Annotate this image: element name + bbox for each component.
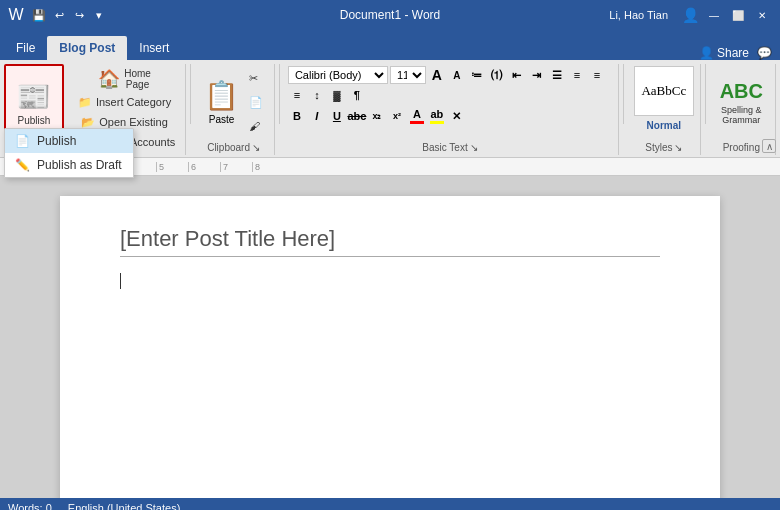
copy-btn[interactable]: 📄 — [245, 92, 267, 112]
line-spacing-btn[interactable]: ↕ — [308, 86, 326, 104]
ruler-mark-7: 7 — [220, 162, 252, 172]
publish-menu-item[interactable]: 📄 Publish — [5, 129, 133, 153]
styles-expand-icon[interactable]: ↘ — [674, 142, 682, 153]
proofing-label: Proofing — [714, 140, 769, 153]
ruler-mark-5: 5 — [156, 162, 188, 172]
styles-content: AaBbCc Normal — [634, 66, 694, 138]
document-page[interactable]: [Enter Post Title Here] — [60, 196, 720, 498]
justify-btn[interactable]: ≡ — [288, 86, 306, 104]
tab-file[interactable]: File — [4, 36, 47, 60]
format-painter-icon: 🖌 — [249, 120, 260, 132]
highlight-btn[interactable]: ab — [428, 106, 446, 126]
bullets-btn[interactable]: ≔ — [468, 66, 486, 84]
basic-text-expand-icon[interactable]: ↘ — [470, 142, 478, 153]
tab-blog-post[interactable]: Blog Post — [47, 36, 127, 60]
font-grow-btn[interactable]: A — [428, 66, 446, 84]
styles-label: Styles ↘ — [634, 140, 694, 153]
paste-btn[interactable]: 📋 Paste — [200, 66, 243, 138]
font-family-select[interactable]: Calibri (Body) — [288, 66, 388, 84]
document-area: [Enter Post Title Here] — [0, 176, 780, 498]
profile-icon[interactable]: 👤 — [680, 7, 700, 23]
font-shrink-btn[interactable]: A — [448, 66, 466, 84]
open-existing-label: Open Existing — [99, 116, 167, 128]
spelling-btn[interactable]: ABC Spelling &Grammar — [714, 66, 769, 138]
title-bar: W 💾 ↩ ↪ ▾ Document1 - Word Li, Hao Tian … — [0, 0, 780, 30]
sep3 — [623, 64, 624, 124]
highlight-bar — [430, 121, 444, 124]
minimize-btn[interactable]: — — [704, 7, 724, 23]
home-icon: 🏠 — [98, 68, 120, 90]
cursor — [120, 273, 121, 289]
clear-format-btn[interactable]: ✕ — [448, 107, 466, 125]
sep2 — [279, 64, 280, 124]
comment-btn[interactable]: 💬 — [757, 46, 772, 60]
styles-normal-label: Normal — [647, 120, 681, 131]
insert-category-btn[interactable]: 📁 Insert Category — [74, 92, 175, 112]
post-title-placeholder[interactable]: [Enter Post Title Here] — [120, 226, 660, 257]
underline-btn[interactable]: U — [328, 107, 346, 125]
language: English (United States) — [68, 502, 181, 510]
font-color-btn[interactable]: A — [408, 106, 426, 126]
sep4 — [705, 64, 706, 124]
increase-indent-btn[interactable]: ⇥ — [528, 66, 546, 84]
basic-text-group: Calibri (Body) 11 A A ≔ ⑴ ⇤ ⇥ ☰ ≡ ≡ ≡ ↕ … — [284, 64, 619, 155]
restore-btn[interactable]: ⬜ — [728, 7, 748, 23]
clipboard-label: Clipboard ↘ — [199, 140, 268, 153]
window-controls: Li, Hao Tian 👤 — ⬜ ✕ — [609, 7, 772, 23]
customize-btn[interactable]: ▾ — [90, 6, 108, 24]
close-btn[interactable]: ✕ — [752, 7, 772, 23]
font-size-select[interactable]: 11 — [390, 66, 426, 84]
undo-btn[interactable]: ↩ — [50, 6, 68, 24]
tab-insert[interactable]: Insert — [127, 36, 181, 60]
cut-icon: ✂ — [249, 72, 258, 85]
ribbon-tab-bar: File Blog Post Insert 👤 Share 💬 — [0, 30, 780, 60]
proofing-content: ABC Spelling &Grammar — [714, 66, 769, 138]
open-existing-icon: 📂 — [81, 116, 95, 129]
save-btn[interactable]: 💾 — [30, 6, 48, 24]
bold-btn[interactable]: B — [288, 107, 306, 125]
window-title: Document1 - Word — [340, 8, 440, 22]
publish-dropdown-menu: 📄 Publish ✏️ Publish as Draft — [4, 128, 134, 178]
paste-icon: 📋 — [204, 79, 239, 112]
ribbon-right-btns: 👤 Share 💬 — [699, 46, 780, 60]
publish-large-icon: 📰 — [16, 80, 51, 113]
word-icon: W — [8, 7, 24, 23]
share-btn[interactable]: 👤 Share — [699, 46, 749, 60]
clipboard-content: 📋 Paste ✂ 📄 🖌 — [200, 66, 267, 138]
decrease-indent-btn[interactable]: ⇤ — [508, 66, 526, 84]
insert-category-label: Insert Category — [96, 96, 171, 108]
publish-icon-btn[interactable]: 📰 Publish — [10, 73, 57, 133]
publish-label: Publish — [18, 115, 51, 126]
redo-btn[interactable]: ↪ — [70, 6, 88, 24]
align-right-btn[interactable]: ≡ — [588, 66, 606, 84]
subscript-btn[interactable]: x₂ — [368, 107, 386, 125]
spelling-label: Spelling &Grammar — [721, 105, 762, 125]
ribbon-collapse-btn[interactable]: ∧ — [762, 139, 776, 153]
basic-text-content: Calibri (Body) 11 A A ≔ ⑴ ⇤ ⇥ ☰ ≡ ≡ ≡ ↕ … — [288, 66, 612, 138]
doc-content-area[interactable] — [120, 273, 660, 289]
paste-label: Paste — [209, 114, 235, 125]
user-name: Li, Hao Tian — [609, 9, 668, 21]
home-page-btn[interactable]: 🏠 HomePage — [92, 66, 157, 92]
shading-btn[interactable]: ▓ — [328, 86, 346, 104]
styles-preview[interactable]: AaBbCc — [634, 66, 694, 116]
superscript-btn[interactable]: x² — [388, 107, 406, 125]
strikethrough-btn[interactable]: abc — [348, 107, 366, 125]
clipboard-expand-icon[interactable]: ↘ — [252, 142, 260, 153]
highlight-ab: ab — [430, 108, 443, 120]
status-bar: Words: 0 English (United States) — [0, 498, 780, 510]
spelling-icon-container: ABC — [720, 80, 763, 103]
para-mark-btn[interactable]: ¶ — [348, 86, 366, 104]
align-left-btn[interactable]: ☰ — [548, 66, 566, 84]
title-bar-left: W 💾 ↩ ↪ ▾ — [8, 6, 108, 24]
italic-btn[interactable]: I — [308, 107, 326, 125]
styles-group: AaBbCc Normal Styles ↘ — [628, 64, 701, 155]
font-row-2: B I U abc x₂ x² A ab ✕ — [288, 106, 466, 126]
numbering-btn[interactable]: ⑴ — [488, 66, 506, 84]
align-center-btn[interactable]: ≡ — [568, 66, 586, 84]
publish-draft-menu-item[interactable]: ✏️ Publish as Draft — [5, 153, 133, 177]
cut-btn[interactable]: ✂ — [245, 68, 267, 88]
format-painter-btn[interactable]: 🖌 — [245, 116, 267, 136]
insert-category-icon: 📁 — [78, 96, 92, 109]
ruler-mark-8: 8 — [252, 162, 284, 172]
